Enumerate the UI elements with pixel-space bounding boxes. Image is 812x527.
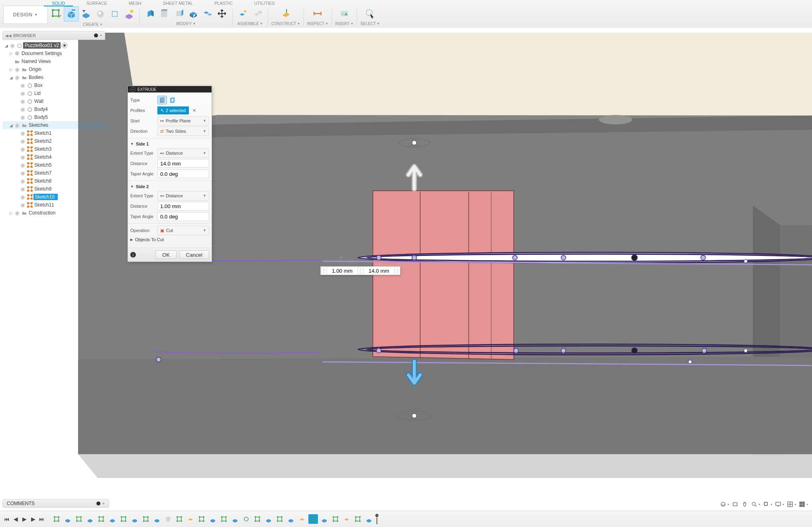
timeline-next-button[interactable]: ▶ (29, 515, 37, 523)
visibility-icon[interactable]: ◉ (19, 194, 26, 200)
revolve-icon[interactable] (93, 7, 108, 21)
grid-settings-icon[interactable] (787, 501, 794, 508)
timeline-feature[interactable] (219, 514, 229, 524)
side2-extent-dropdown[interactable]: ↤Distance▼ (157, 191, 209, 201)
tree-root[interactable]: ◢ ◉ PuzzleBox01 v2 (2, 41, 105, 49)
ok-button[interactable]: OK (155, 250, 177, 259)
collapse-icon[interactable]: ◀◀ (5, 33, 12, 38)
timeline-playhead[interactable] (376, 514, 378, 524)
plus-icon[interactable]: + (100, 33, 102, 38)
dimension-input-floating[interactable]: ⋮ ⋮ ⋮ (320, 266, 400, 275)
extrude-type-solid-button[interactable] (157, 96, 167, 104)
side1-extent-dropdown[interactable]: ↤Distance▼ (157, 148, 209, 158)
tree-sketch-item[interactable]: ▷◉ Sketch4 (2, 153, 105, 161)
plus-icon[interactable]: + (102, 501, 105, 506)
profiles-selection[interactable]: ↖2 selected (157, 106, 189, 114)
visibility-icon[interactable]: ◉ (19, 162, 26, 168)
tree-body-item[interactable]: ▷◉ Body4 (2, 105, 105, 113)
fit-icon[interactable] (763, 501, 770, 508)
visibility-icon[interactable]: ◉ (19, 178, 26, 184)
cancel-button[interactable]: Cancel (179, 250, 210, 259)
side2-header[interactable]: ▼Side 2 (130, 183, 209, 191)
visibility-icon[interactable]: ◉ (19, 114, 26, 120)
timeline-prev-button[interactable]: ◀ (12, 515, 19, 523)
timeline-feature[interactable] (96, 514, 106, 524)
visibility-icon[interactable]: ◉ (9, 42, 16, 49)
extrude-dialog[interactable]: – EXTRUDE Type Profiles ↖2 selected ✕ St… (127, 86, 212, 262)
viewport-3d[interactable] (0, 28, 812, 527)
pan-icon[interactable] (741, 501, 748, 508)
dim-nav-left-icon[interactable]: ⋮ (321, 267, 327, 275)
timeline-feature[interactable] (197, 514, 206, 524)
visibility-icon[interactable]: ◉ (19, 170, 26, 176)
side2-distance-input[interactable] (157, 202, 209, 210)
timeline-feature[interactable] (241, 514, 251, 524)
tree-body-item[interactable]: ▷◉ Body5 (2, 113, 105, 121)
construct-icon[interactable] (279, 6, 293, 21)
insert-icon[interactable] (337, 6, 351, 21)
tree-body-item[interactable]: ▷◉ Lid (2, 89, 105, 97)
sweep-icon[interactable] (108, 7, 122, 21)
tree-sketch-item[interactable]: ▷◉ Sketch11 (2, 201, 105, 209)
options-dot-icon[interactable] (96, 501, 100, 505)
timeline-feature[interactable] (163, 514, 173, 524)
timeline-feature[interactable] (130, 514, 139, 524)
tree-bodies[interactable]: ◢◉ Bodies (2, 73, 105, 81)
extrude-type-thin-button[interactable] (168, 96, 177, 104)
timeline-feature[interactable] (208, 514, 218, 524)
tree-sketch-item[interactable]: ▷◉ Sketch10 (2, 193, 105, 201)
chevron-down-icon[interactable]: ▼ (260, 22, 263, 26)
loft-icon[interactable] (122, 7, 136, 21)
timeline-feature[interactable] (186, 514, 195, 524)
extrude-icon[interactable] (79, 7, 93, 21)
visibility-icon[interactable]: ◉ (19, 154, 26, 160)
design-workspace-button[interactable]: DESIGN▼ (3, 6, 48, 24)
joint-icon[interactable] (250, 6, 265, 21)
tree-named-views[interactable]: ▷ Named Views (2, 57, 105, 65)
visibility-icon[interactable]: ◉ (19, 186, 26, 192)
zoom-icon[interactable] (751, 501, 758, 508)
visibility-icon[interactable]: ◉ (19, 202, 26, 208)
tab-sheetmetal[interactable]: SHEET METAL (163, 1, 193, 6)
tree-document-settings[interactable]: ▷ Document Settings (2, 49, 105, 57)
timeline-feature[interactable] (63, 514, 73, 524)
timeline-feature[interactable] (275, 514, 284, 524)
dim-divider-icon[interactable]: ⋮ (357, 267, 364, 275)
timeline-feature[interactable] (297, 514, 307, 524)
tree-sketch-item[interactable]: ▷◉ Sketch3 (2, 145, 105, 153)
chevron-down-icon[interactable]: ▼ (325, 22, 328, 26)
timeline-feature[interactable] (108, 514, 117, 524)
chevron-down-icon[interactable]: ▼ (350, 22, 353, 26)
side1-header[interactable]: ▼Side 1 (130, 140, 209, 148)
comments-panel-header[interactable]: COMMENTS + (2, 499, 109, 508)
side1-distance-input[interactable] (157, 159, 209, 168)
presspull-icon[interactable] (143, 6, 157, 21)
timeline-feature[interactable] (74, 514, 84, 524)
visibility-icon[interactable]: ◉ (19, 138, 26, 144)
new-component-icon[interactable] (64, 6, 79, 22)
tree-body-item[interactable]: ▷◉ Wall (2, 97, 105, 105)
timeline-feature[interactable] (353, 514, 363, 524)
tab-solid[interactable]: SOLID (52, 1, 65, 6)
inspect-icon[interactable] (310, 6, 325, 21)
tree-sketch-item[interactable]: ▷◉ Sketch9 (2, 185, 105, 193)
timeline-feature[interactable] (331, 514, 340, 524)
tree-sketches[interactable]: ◢◉ Sketches (2, 121, 105, 129)
chevron-down-icon[interactable]: ▼ (297, 22, 300, 26)
side2-taper-input[interactable] (157, 212, 209, 221)
chevron-down-icon[interactable]: ▼ (192, 22, 196, 26)
visibility-icon[interactable]: ◉ (19, 82, 26, 88)
timeline-feature[interactable] (52, 514, 61, 524)
timeline-feature[interactable] (308, 514, 318, 524)
timeline-feature[interactable] (253, 514, 262, 524)
side1-taper-input[interactable] (157, 169, 209, 178)
options-dot-icon[interactable] (94, 33, 98, 37)
tree-sketch-item[interactable]: ▷◉ Sketch8 (2, 177, 105, 185)
dim-nav-right-icon[interactable]: ⋮ (394, 267, 400, 275)
look-at-icon[interactable] (732, 501, 739, 508)
timeline-play-button[interactable]: ▶ (21, 515, 28, 523)
visibility-icon[interactable]: ◉ (19, 98, 26, 104)
browser-header[interactable]: ◀◀ BROWSER + (2, 31, 105, 40)
clear-profiles-button[interactable]: ✕ (192, 108, 196, 113)
select-icon[interactable] (363, 6, 377, 21)
